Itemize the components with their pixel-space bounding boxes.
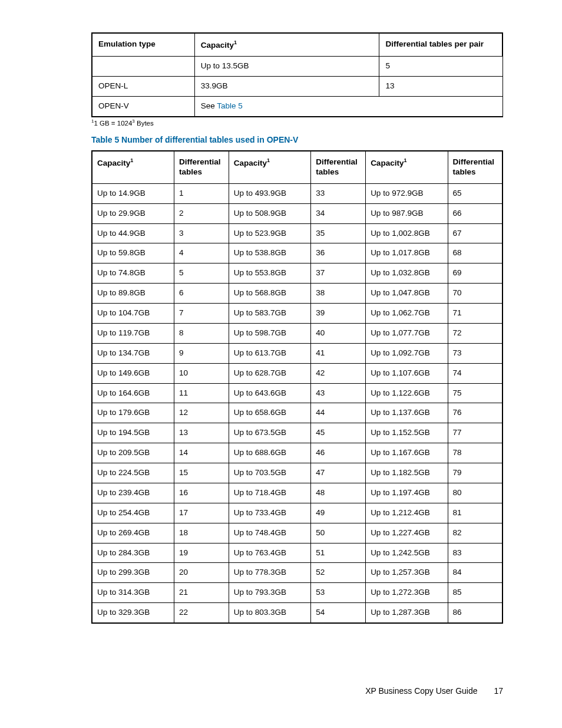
footnote-sup-1: 1 — [91, 118, 94, 124]
th-capacity-label: Capacity — [201, 41, 234, 50]
t2-cell-capacity: Up to 1,092.7GB — [366, 343, 448, 363]
t2-cell-capacity: Up to 164.6GB — [92, 383, 174, 403]
t1-cell-see-link: See Table 5 — [194, 97, 503, 117]
t2-cell-diff-tables: 66 — [448, 203, 503, 223]
t2-cell-diff-tables: 18 — [174, 523, 229, 543]
t2-cell-capacity: Up to 269.4GB — [92, 523, 174, 543]
t2-cell-diff-tables: 53 — [311, 583, 366, 603]
t2-cell-diff-tables: 83 — [448, 543, 503, 563]
t2-cell-capacity: Up to 1,107.6GB — [366, 363, 448, 383]
t2-cell-diff-tables: 10 — [174, 363, 229, 383]
t2-cell-diff-tables: 77 — [448, 423, 503, 443]
t2-cell-capacity: Up to 568.8GB — [229, 284, 310, 304]
t2-cell-diff-tables: 69 — [448, 263, 503, 284]
t2-cell-diff-tables: 34 — [311, 203, 366, 223]
t1-cell-see-prefix: See — [201, 101, 217, 110]
t2-cell-capacity: Up to 1,212.4GB — [366, 503, 448, 523]
t2-cell-capacity: Up to 254.4GB — [92, 503, 174, 523]
t2-cell-capacity: Up to 643.6GB — [229, 383, 310, 403]
t1-cell-emulation: OPEN-V — [92, 97, 194, 117]
t2-cell-diff-tables: 43 — [311, 383, 366, 403]
t2-cell-diff-tables: 49 — [311, 503, 366, 523]
t2-th-capacity: Capacity1 — [366, 151, 448, 183]
t2-cell-capacity: Up to 89.8GB — [92, 284, 174, 304]
footnote-sup-2: 3 — [132, 118, 134, 124]
t2-cell-diff-tables: 45 — [311, 423, 366, 443]
t2-cell-capacity: Up to 748.4GB — [229, 523, 310, 543]
t2-cell-diff-tables: 47 — [311, 463, 366, 483]
t2-cell-capacity: Up to 583.7GB — [229, 304, 310, 324]
t2-cell-capacity: Up to 1,287.3GB — [366, 603, 448, 623]
table5-crossref-link[interactable]: Table 5 — [217, 101, 243, 110]
th-capacity-sup: 1 — [234, 39, 237, 45]
t1-cell-diff-pair: 13 — [379, 77, 503, 97]
t2-cell-capacity: Up to 119.7GB — [92, 323, 174, 343]
t1-cell-diff-pair: 5 — [379, 57, 503, 77]
th-diff-tables-per-pair: Differential tables per pair — [379, 33, 503, 57]
t2-cell-capacity: Up to 1,122.6GB — [366, 383, 448, 403]
t2-cell-diff-tables: 4 — [174, 243, 229, 263]
t2-cell-diff-tables: 79 — [448, 463, 503, 483]
t2-cell-diff-tables: 74 — [448, 363, 503, 383]
t2-cell-diff-tables: 54 — [311, 603, 366, 623]
t2-cell-capacity: Up to 299.3GB — [92, 563, 174, 583]
t2-cell-diff-tables: 2 — [174, 203, 229, 223]
t2-cell-capacity: Up to 733.4GB — [229, 503, 310, 523]
th-capacity: Capacity1 — [194, 33, 379, 57]
t2-cell-diff-tables: 67 — [448, 223, 503, 243]
document-page: Emulation type Capacity1 Differential ta… — [0, 0, 562, 728]
t2-cell-diff-tables: 9 — [174, 343, 229, 363]
t2-cell-capacity: Up to 972.9GB — [366, 183, 448, 203]
t2-cell-capacity: Up to 1,242.5GB — [366, 543, 448, 563]
t2-cell-diff-tables: 11 — [174, 383, 229, 403]
t2-th-capacity: Capacity1 — [92, 151, 174, 183]
t2-cell-capacity: Up to 1,167.6GB — [366, 443, 448, 463]
t2-cell-diff-tables: 78 — [448, 443, 503, 463]
t2-cell-diff-tables: 65 — [448, 183, 503, 203]
t2-cell-capacity: Up to 1,017.8GB — [366, 243, 448, 263]
footer-page-number: 17 — [494, 686, 503, 696]
t2-cell-capacity: Up to 74.8GB — [92, 263, 174, 284]
t2-cell-capacity: Up to 763.4GB — [229, 543, 310, 563]
t2-cell-diff-tables: 16 — [174, 483, 229, 503]
t2-cell-capacity: Up to 224.5GB — [92, 463, 174, 483]
footer-title: XP Business Copy User Guide — [365, 686, 477, 696]
t2-cell-diff-tables: 73 — [448, 343, 503, 363]
t2-cell-diff-tables: 3 — [174, 223, 229, 243]
t2-cell-diff-tables: 5 — [174, 263, 229, 284]
t2-cell-capacity: Up to 1,077.7GB — [366, 323, 448, 343]
t2-cell-diff-tables: 12 — [174, 403, 229, 423]
t2-cell-diff-tables: 42 — [311, 363, 366, 383]
t2-cell-capacity: Up to 134.7GB — [92, 343, 174, 363]
t2-cell-diff-tables: 70 — [448, 284, 503, 304]
t2-cell-diff-tables: 21 — [174, 583, 229, 603]
t2-cell-capacity: Up to 1,227.4GB — [366, 523, 448, 543]
t1-cell-capacity: Up to 13.5GB — [194, 57, 379, 77]
t2-cell-diff-tables: 13 — [174, 423, 229, 443]
t2-th-diff-tables: Differen­tial tables — [174, 151, 229, 183]
t2-cell-diff-tables: 8 — [174, 323, 229, 343]
t2-cell-diff-tables: 85 — [448, 583, 503, 603]
t2-cell-capacity: Up to 29.9GB — [92, 203, 174, 223]
t2-cell-capacity: Up to 1,197.4GB — [366, 483, 448, 503]
t2-cell-capacity: Up to 1,002.8GB — [366, 223, 448, 243]
t2-cell-capacity: Up to 508.9GB — [229, 203, 310, 223]
t1-cell-emulation — [92, 57, 194, 77]
t2-cell-capacity: Up to 1,062.7GB — [366, 304, 448, 324]
t2-cell-capacity: Up to 239.4GB — [92, 483, 174, 503]
t2-cell-diff-tables: 7 — [174, 304, 229, 324]
t2-cell-diff-tables: 72 — [448, 323, 503, 343]
t2-cell-diff-tables: 17 — [174, 503, 229, 523]
t2-cell-capacity: Up to 179.6GB — [92, 403, 174, 423]
t2-cell-diff-tables: 39 — [311, 304, 366, 324]
t1-cell-emulation: OPEN-L — [92, 77, 194, 97]
t2-cell-capacity: Up to 1,137.6GB — [366, 403, 448, 423]
t2-cell-diff-tables: 71 — [448, 304, 503, 324]
t2-cell-capacity: Up to 703.5GB — [229, 463, 310, 483]
t2-cell-capacity: Up to 1,182.5GB — [366, 463, 448, 483]
t2-cell-capacity: Up to 803.3GB — [229, 603, 310, 623]
t2-cell-capacity: Up to 1,257.3GB — [366, 563, 448, 583]
t2-cell-capacity: Up to 104.7GB — [92, 304, 174, 324]
t2-cell-capacity: Up to 613.7GB — [229, 343, 310, 363]
t2-cell-capacity: Up to 493.9GB — [229, 183, 310, 203]
